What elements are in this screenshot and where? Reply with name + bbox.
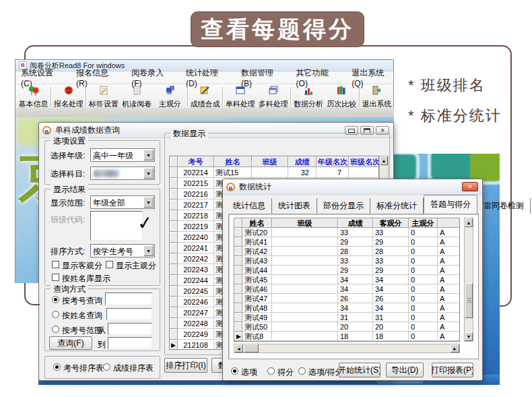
scroll-right-icon[interactable]: ► — [451, 344, 459, 353]
stats-dialog-titlebar[interactable]: B 数据统计 — [223, 179, 482, 195]
row-header-cell — [234, 303, 242, 313]
grid-column-header[interactable]: 姓名 — [242, 218, 272, 228]
toolbar-basic-info[interactable]: 基本信息 — [17, 86, 50, 109]
score-sort-table-label: 成绩排序表 — [113, 363, 154, 374]
grid-column-header[interactable]: 考号 — [178, 156, 214, 167]
option-radio[interactable] — [231, 367, 238, 375]
table-row[interactable]: 测试4931310A — [234, 313, 459, 322]
grid-column-header[interactable] — [438, 218, 460, 228]
score-radio[interactable] — [267, 367, 275, 375]
row-header-cell — [170, 329, 178, 340]
grid-cell: 18 — [373, 332, 409, 341]
class-code-listbox[interactable] — [90, 211, 143, 241]
id-sort-table-radio[interactable] — [53, 363, 61, 371]
row-header-cell — [170, 243, 178, 253]
grid-cell: 32 — [288, 167, 317, 178]
scroll-down-icon[interactable]: ▼ — [465, 332, 473, 341]
table-row[interactable]: 测试4429290A — [234, 266, 459, 275]
grid-column-header[interactable]: 班级 — [272, 218, 338, 228]
search-name-input[interactable] — [106, 308, 152, 320]
show-subjective-checkbox[interactable] — [106, 261, 113, 268]
table-row[interactable]: 测试4534340A — [234, 275, 459, 284]
grid-vertical-scrollbar[interactable]: ▲ ▼ — [464, 218, 473, 342]
scroll-up-icon[interactable]: ▲ — [465, 218, 473, 227]
toolbar-exit-system[interactable]: 退出系统 — [360, 86, 393, 109]
toolbar-subjective-score[interactable]: 主观分 — [154, 86, 187, 109]
export-button[interactable]: 导出(D) — [386, 363, 424, 377]
grid-column-header[interactable]: 姓名 — [214, 156, 252, 167]
class-code-label: 班级代码: — [51, 214, 85, 226]
search-id-input[interactable] — [105, 293, 152, 305]
toolbar-omr-read[interactable]: 机读阅卷 — [121, 86, 154, 109]
close-button[interactable]: ✕ — [462, 182, 478, 191]
option-score-radio[interactable] — [298, 367, 306, 375]
grid-horizontal-scrollbar[interactable]: ◄ ► — [234, 344, 460, 353]
grid-cell: 0 — [409, 313, 438, 322]
grid-cell: 0 — [409, 228, 438, 237]
name-library-checkbox[interactable] — [52, 274, 59, 281]
table-row[interactable]: 测试4129290A — [234, 237, 459, 247]
range-from-label: 从 — [98, 325, 106, 336]
table-row[interactable]: 测试4228280A — [234, 247, 459, 256]
grid-column-header[interactable]: 班级名次 — [349, 156, 379, 167]
chevron-down-icon[interactable]: ▼ — [143, 168, 154, 179]
table-row[interactable]: 测试4834340A — [234, 303, 459, 313]
row-header-cell — [234, 322, 242, 332]
search-by-id-radio[interactable] — [52, 296, 59, 303]
toolbar-single-subject[interactable]: 单科处理 — [224, 86, 257, 109]
tab-duplicate-check[interactable]: 雷同卷检测 — [477, 198, 531, 214]
sort-print-button[interactable]: 排序打印(I) — [164, 358, 207, 373]
show-objective-checkbox[interactable] — [52, 261, 59, 268]
toolbar-answer-key[interactable]: 标答设置 — [87, 86, 120, 109]
tab-stat-info[interactable]: 统计信息 — [227, 198, 272, 214]
grade-combobox[interactable]: 高中一年级 ▼ — [90, 148, 155, 162]
tab-partial-score[interactable]: 部份分显示 — [317, 198, 370, 214]
chevron-down-icon[interactable]: ▼ — [143, 197, 154, 208]
range-from-input[interactable] — [108, 323, 152, 335]
table-row[interactable]: 测试4726260A — [234, 294, 459, 303]
grid-column-header[interactable]: 成绩 — [288, 156, 317, 167]
chevron-down-icon[interactable]: ▼ — [143, 150, 154, 160]
table-row[interactable]: 测试2033330A — [234, 228, 459, 237]
table-row[interactable]: 测试5020200A — [234, 322, 459, 332]
table-row[interactable]: 测试4634340A — [234, 284, 459, 294]
grid-column-header[interactable]: 主观分 — [409, 218, 438, 228]
grid-column-header[interactable]: 成绩 — [338, 218, 373, 228]
grid-column-header[interactable]: 年级名次 — [317, 156, 349, 167]
scrollbar-thumb[interactable] — [465, 283, 473, 318]
search-by-range-radio[interactable] — [52, 326, 59, 333]
search-by-name-radio[interactable] — [52, 311, 59, 318]
grid-cell: 7 — [317, 167, 349, 178]
toolbar-multi-subject[interactable]: 多科处理 — [257, 86, 290, 109]
start-stats-button[interactable]: 开始统计(S) — [339, 363, 380, 377]
grid-column-header[interactable]: 班级 — [252, 156, 288, 167]
range-combobox[interactable]: 年级全部 ▼ — [90, 195, 155, 209]
option-radio-label: 选项 — [241, 367, 257, 378]
row-header-cell — [170, 307, 178, 318]
tab-standard-score[interactable]: 标准分统计 — [370, 198, 424, 214]
score-sort-table-radio[interactable] — [103, 363, 110, 371]
table-row[interactable]: ▶测试818180A — [234, 332, 459, 341]
table-row[interactable]: 测试4333330A — [234, 256, 459, 266]
query-button[interactable]: 查询(F) — [49, 336, 92, 350]
toolbar-score-merge[interactable]: 成绩合成 — [189, 86, 222, 109]
table-row[interactable]: 202214测试15327 — [170, 167, 378, 178]
grid-column-header[interactable]: 客观分 — [373, 218, 409, 228]
range-to-input[interactable] — [108, 337, 152, 349]
scroll-up-icon[interactable]: ▲ — [380, 156, 388, 165]
scrollbar-thumb[interactable] — [244, 344, 259, 353]
scroll-left-icon[interactable]: ◄ — [234, 344, 243, 353]
tab-stat-chart[interactable]: 统计图表 — [272, 198, 317, 214]
grid-cell: 33 — [338, 256, 373, 266]
chevron-down-icon[interactable]: ▼ — [143, 245, 154, 256]
tab-answers-scores[interactable]: 答题与得分 — [424, 195, 477, 214]
print-report-button[interactable]: 打印报表(P) — [432, 363, 473, 377]
grid-header-row: 姓名班级成绩客观分主观分 — [234, 218, 459, 228]
toolbar-data-analysis[interactable]: 数据分析 — [292, 86, 325, 109]
toolbar-enroll-process[interactable]: 报名处理 — [52, 86, 85, 109]
grid-cell: 28 — [373, 247, 409, 256]
toolbar-history-compare[interactable]: 历次比较 — [325, 86, 358, 109]
sort-combobox[interactable]: 按学生考号 ▼ — [90, 244, 155, 257]
subject-combobox[interactable]: ▼ — [90, 166, 155, 180]
grid-cell: 202219 — [178, 221, 214, 232]
